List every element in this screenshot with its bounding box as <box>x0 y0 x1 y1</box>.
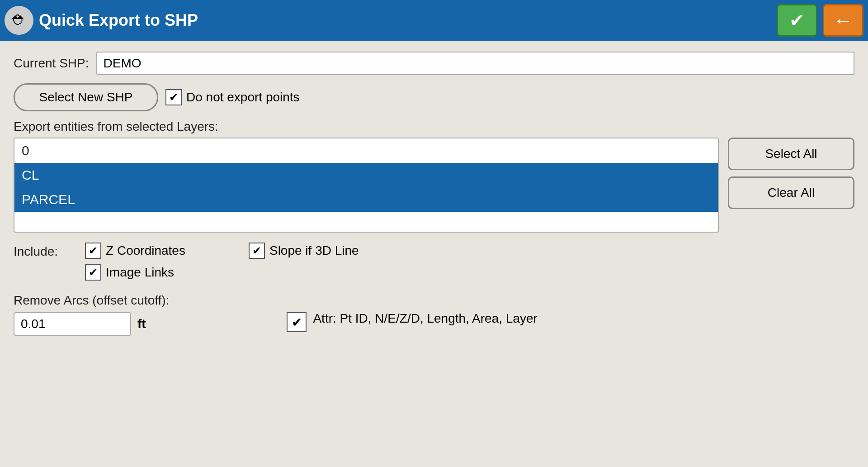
unit-label: ft <box>137 317 146 331</box>
checkmark-icon: ✔ <box>789 10 805 31</box>
layers-area: 0 CL PARCEL Select All Clear All <box>14 138 854 233</box>
cutoff-input[interactable] <box>14 312 131 336</box>
current-shp-input[interactable] <box>96 52 855 75</box>
remove-arcs-col: Remove Arcs (offset cutoff): ft <box>14 293 169 336</box>
do-not-export-points-checkbox[interactable]: ✔ Do not export points <box>165 89 300 105</box>
slope-3d-line-label: Slope if 3D Line <box>269 243 359 258</box>
select-shp-row: Select New SHP ✔ Do not export points <box>14 83 854 111</box>
z-coordinates-checkbox[interactable]: ✔ Z Coordinates <box>85 243 185 259</box>
layers-listbox[interactable]: 0 CL PARCEL <box>14 138 719 233</box>
back-arrow-icon: ← <box>833 9 853 32</box>
do-not-export-points-box: ✔ <box>165 89 182 105</box>
z-coordinates-box: ✔ <box>85 243 101 259</box>
current-shp-label: Current SHP: <box>14 56 89 71</box>
do-not-export-points-label: Do not export points <box>186 90 300 105</box>
list-item[interactable]: 0 <box>14 138 718 163</box>
include-label-col: Include: <box>14 243 58 259</box>
bottom-section: Remove Arcs (offset cutoff): ft ✔ Attr: … <box>14 293 854 336</box>
image-links-checkbox[interactable]: ✔ Image Links <box>85 264 185 281</box>
list-item[interactable]: PARCEL <box>14 187 718 212</box>
clear-all-button[interactable]: Clear All <box>728 176 854 209</box>
page-title: Quick Export to SHP <box>39 11 771 30</box>
hard-hat-icon: ⛑ <box>12 13 26 28</box>
back-button[interactable]: ← <box>823 4 863 37</box>
select-all-button[interactable]: Select All <box>728 138 854 170</box>
list-item[interactable]: CL <box>14 163 718 187</box>
main-content: Current SHP: Select New SHP ✔ Do not exp… <box>0 41 868 467</box>
include-checks-right: ✔ Slope if 3D Line <box>249 243 359 259</box>
attr-checkbox-box: ✔ <box>287 312 307 332</box>
layer-action-buttons: Select All Clear All <box>728 138 854 209</box>
select-new-shp-button[interactable]: Select New SHP <box>14 83 158 111</box>
ok-button[interactable]: ✔ <box>777 4 817 37</box>
remove-arcs-input-row: ft <box>14 312 169 336</box>
include-label: Include: <box>14 244 58 259</box>
slope-3d-line-box: ✔ <box>249 243 265 259</box>
image-links-label: Image Links <box>106 265 174 280</box>
attr-checkbox[interactable]: ✔ Attr: Pt ID, N/E/Z/D, Length, Area, La… <box>287 311 537 332</box>
remove-arcs-label: Remove Arcs (offset cutoff): <box>14 293 169 308</box>
export-layers-label: Export entities from selected Layers: <box>14 119 854 134</box>
titlebar: ⛑ Quick Export to SHP ✔ ← <box>0 0 868 41</box>
include-checks-left: ✔ Z Coordinates ✔ Image Links <box>85 243 185 281</box>
app-icon: ⛑ <box>5 6 33 35</box>
z-coordinates-label: Z Coordinates <box>106 243 185 258</box>
attr-checkbox-label-text: Attr: Pt ID, N/E/Z/D, Length, Area, Laye… <box>313 311 537 326</box>
image-links-box: ✔ <box>85 264 101 281</box>
include-section: Include: ✔ Z Coordinates ✔ Image Links ✔… <box>14 243 854 281</box>
slope-3d-line-checkbox[interactable]: ✔ Slope if 3D Line <box>249 243 359 259</box>
current-shp-row: Current SHP: <box>14 52 854 75</box>
